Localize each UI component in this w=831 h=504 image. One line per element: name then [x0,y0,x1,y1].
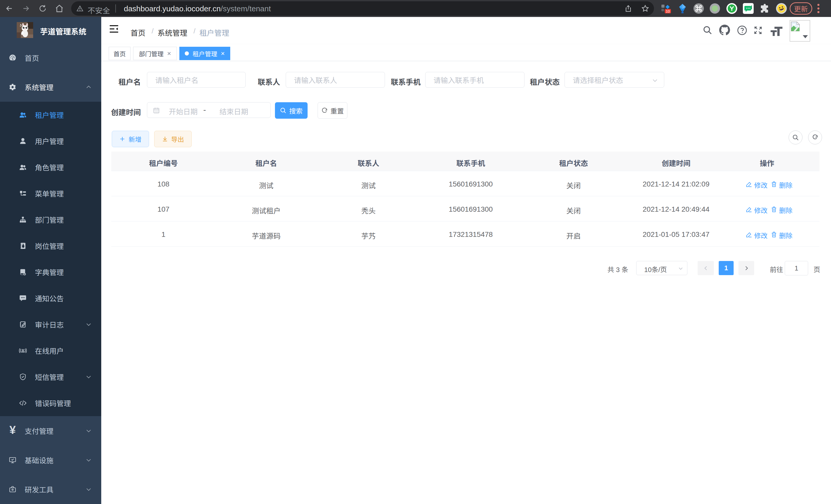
svg-text:10: 10 [666,9,670,13]
